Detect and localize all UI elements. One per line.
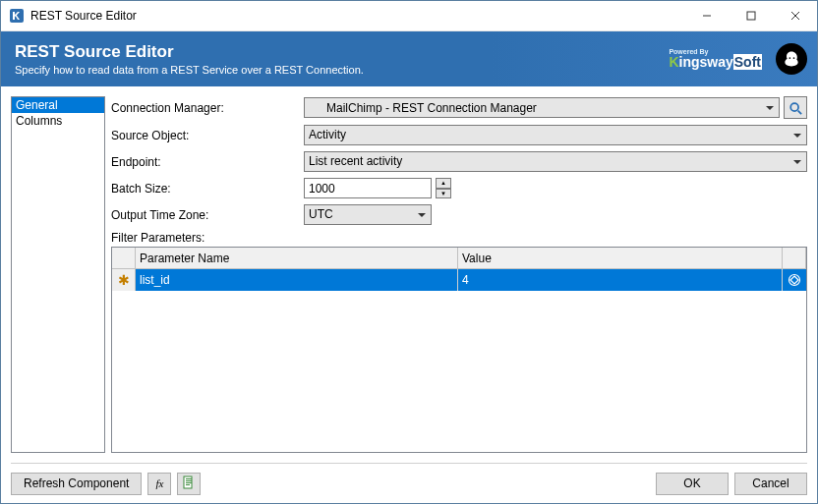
form-area: Connection Manager: MailChimp - REST Con… [111, 96, 807, 453]
table-header-handle [112, 248, 136, 269]
side-nav: General Columns [11, 96, 105, 453]
connection-search-button[interactable] [784, 96, 807, 119]
table-header-value: Value [458, 248, 783, 269]
batch-size-input[interactable] [304, 178, 432, 198]
banner-subtitle: Specify how to read data from a REST Ser… [15, 64, 364, 76]
banner-heading: REST Source Editor [15, 42, 364, 62]
documentation-button[interactable] [177, 473, 201, 495]
nav-item-columns[interactable]: Columns [12, 113, 104, 129]
window: REST Source Editor REST Source Editor Sp… [0, 0, 818, 504]
endpoint-select[interactable]: List recent activity [304, 151, 807, 172]
batch-size-spinner[interactable]: ▲ ▼ [436, 178, 451, 198]
main-content: General Columns Connection Manager: Mail… [1, 86, 817, 463]
svg-rect-2 [747, 12, 755, 20]
svg-rect-12 [186, 484, 190, 485]
titlebar: REST Source Editor [1, 1, 817, 31]
mailchimp-icon [776, 43, 807, 75]
table-header: Parameter Name Value [112, 248, 806, 269]
source-object-select[interactable]: Activity [304, 125, 807, 145]
close-button[interactable] [773, 1, 817, 30]
fx-icon: fx [155, 477, 163, 489]
row-param-name[interactable]: list_id [136, 269, 458, 291]
batch-size-down[interactable]: ▼ [436, 189, 451, 199]
connection-manager-label: Connection Manager: [111, 101, 304, 115]
svg-rect-10 [186, 480, 192, 481]
row-action-icon [788, 273, 801, 287]
source-object-label: Source Object: [111, 129, 304, 142]
app-icon [9, 8, 25, 24]
row-required-icon: ✱ [112, 269, 136, 291]
connection-manager-select[interactable]: MailChimp - REST Connection Manager [304, 97, 780, 118]
minimize-button[interactable] [684, 1, 729, 30]
row-action-button[interactable] [783, 269, 806, 291]
maximize-button[interactable] [729, 1, 773, 30]
table-header-action [783, 248, 806, 269]
window-title: REST Source Editor [30, 9, 137, 23]
svg-point-5 [790, 103, 798, 111]
batch-size-up[interactable]: ▲ [436, 178, 451, 189]
filter-parameters-label: Filter Parameters: [111, 231, 204, 245]
filter-parameters-table: Parameter Name Value ✱ list_id 4 [111, 247, 807, 453]
refresh-component-button[interactable]: Refresh Component [11, 473, 142, 495]
doc-icon [182, 476, 196, 492]
brand-logo: Powered By KingswaySoft [669, 48, 762, 70]
endpoint-label: Endpoint: [111, 155, 304, 169]
table-header-name: Parameter Name [136, 248, 458, 269]
svg-line-6 [798, 110, 802, 114]
cancel-button[interactable]: Cancel [734, 473, 807, 495]
ok-button[interactable]: OK [656, 473, 729, 495]
footer: Refresh Component fx OK Cancel [1, 464, 817, 503]
banner: REST Source Editor Specify how to read d… [1, 31, 817, 86]
output-time-zone-select[interactable]: UTC [304, 204, 432, 225]
batch-size-label: Batch Size: [111, 182, 304, 196]
expression-button[interactable]: fx [147, 473, 171, 495]
table-row[interactable]: ✱ list_id 4 [112, 269, 806, 291]
svg-rect-11 [186, 482, 192, 483]
output-time-zone-label: Output Time Zone: [111, 208, 304, 222]
row-param-value[interactable]: 4 [458, 269, 783, 291]
nav-item-general[interactable]: General [12, 97, 104, 113]
svg-rect-9 [186, 478, 192, 479]
